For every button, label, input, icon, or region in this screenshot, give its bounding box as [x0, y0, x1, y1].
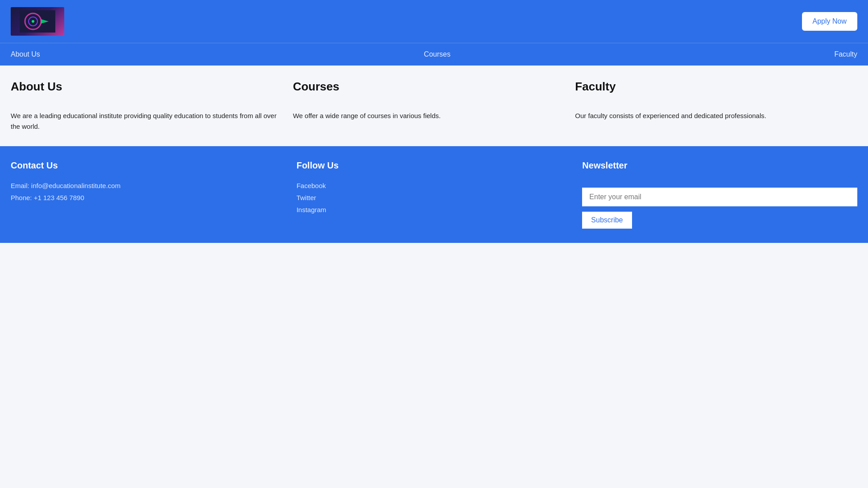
faculty-body: Our faculty consists of experienced and … [575, 111, 847, 121]
faculty-section: Faculty Our faculty consists of experien… [575, 80, 857, 132]
nav-item-faculty[interactable]: Faculty [834, 50, 857, 58]
about-title: About Us [11, 80, 282, 94]
main-content: About Us We are a leading educational in… [0, 66, 868, 146]
courses-title: Courses [293, 80, 565, 94]
courses-body: We offer a wide range of courses in vari… [293, 111, 565, 121]
follow-instagram[interactable]: Instagram [297, 204, 572, 216]
apply-now-button[interactable]: Apply Now [802, 12, 857, 31]
svg-point-3 [32, 20, 34, 23]
courses-section: Courses We offer a wide range of courses… [293, 80, 575, 132]
site-header: Apply Now [0, 0, 868, 43]
newsletter-title: Newsletter [582, 160, 857, 171]
contact-title: Contact Us [11, 160, 286, 171]
footer-follow: Follow Us Facebook Twitter Instagram [297, 160, 572, 229]
footer-newsletter: Newsletter Subscribe [582, 160, 857, 229]
follow-twitter[interactable]: Twitter [297, 192, 572, 204]
contact-email: Email: info@educationalinstitute.com [11, 180, 286, 192]
nav-item-about[interactable]: About Us [11, 50, 40, 58]
follow-facebook[interactable]: Facebook [297, 180, 572, 192]
footer-contact: Contact Us Email: info@educationalinstit… [11, 160, 286, 229]
nav-item-courses[interactable]: Courses [424, 50, 451, 58]
follow-title: Follow Us [297, 160, 572, 171]
newsletter-email-input[interactable] [582, 188, 857, 206]
subscribe-button[interactable]: Subscribe [582, 212, 632, 229]
logo [11, 7, 64, 36]
about-section: About Us We are a leading educational in… [11, 80, 293, 132]
faculty-title: Faculty [575, 80, 847, 94]
main-nav: About Us Courses Faculty [0, 43, 868, 66]
about-body: We are a leading educational institute p… [11, 111, 282, 132]
contact-phone: Phone: +1 123 456 7890 [11, 192, 286, 204]
site-footer: Contact Us Email: info@educationalinstit… [0, 146, 868, 243]
logo-image [20, 10, 55, 33]
